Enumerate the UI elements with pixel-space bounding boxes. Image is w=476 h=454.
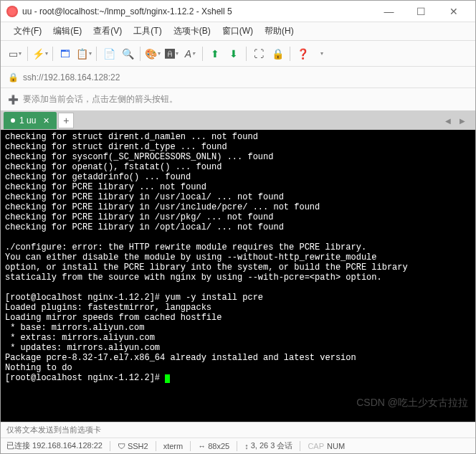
- tab-label: 1 uu: [19, 115, 36, 126]
- resize-icon: ↔: [198, 442, 206, 450]
- properties-icon[interactable]: 🗔: [57, 45, 74, 62]
- status-connection: 已连接 192.168.164.128:22: [6, 440, 103, 451]
- window-title: uu - root@localhost:~/lnmp_soft/nginx-1.…: [22, 6, 373, 16]
- toolbar: ▭▾ ⚡▾ 🗔 📋▾ 📄 🔍 🎨▾ 🅰▾ A▾ ⬆ ⬇ ⛶ 🔒 ❓ ▾: [1, 41, 475, 67]
- copy-icon[interactable]: 📋▾: [75, 45, 92, 62]
- status-size: ↔88x25: [198, 442, 229, 450]
- app-icon: [6, 6, 18, 17]
- close-button[interactable]: ✕: [437, 1, 470, 22]
- compose-hint: 仅将文本发送到当前选项卡: [6, 425, 101, 435]
- status-num: NUM: [327, 442, 345, 450]
- tab-close-icon[interactable]: ✕: [43, 116, 49, 126]
- tab-next-icon[interactable]: ▶: [457, 115, 468, 126]
- menu-tab[interactable]: 选项卡(B): [168, 23, 216, 39]
- session-tab-1[interactable]: 1 uu ✕: [4, 112, 57, 129]
- watermark: CSDN @吃土少女古拉拉: [356, 397, 468, 407]
- ssh-lock-icon: 🔒: [8, 72, 19, 82]
- new-tab-button[interactable]: +: [58, 113, 74, 128]
- terminal-cursor: [165, 374, 170, 383]
- tab-status-dot: [11, 118, 15, 123]
- statusbar: 已连接 192.168.164.128:22 🛡SSH2 xterm ↔88x2…: [1, 438, 475, 453]
- menubar: 文件(F) 编辑(E) 查看(V) 工具(T) 选项卡(B) 窗口(W) 帮助(…: [1, 22, 475, 41]
- status-term: xterm: [163, 442, 184, 450]
- compose-bar: 仅将文本发送到当前选项卡: [1, 422, 475, 438]
- find-icon[interactable]: 🔍: [119, 45, 136, 62]
- window-controls: — ☐ ✕: [373, 1, 470, 22]
- tab-nav: ◀ ▶: [442, 115, 472, 126]
- lock-icon[interactable]: 🔒: [269, 45, 286, 62]
- menu-tools[interactable]: 工具(T): [128, 23, 167, 39]
- status-caps: CAP: [308, 442, 324, 450]
- menu-window[interactable]: 窗口(W): [216, 23, 259, 39]
- transfer-icon[interactable]: ⬆: [206, 45, 224, 62]
- help-icon[interactable]: ❓: [294, 45, 311, 62]
- new-session-icon[interactable]: ▭▾: [6, 45, 24, 62]
- menu-edit[interactable]: 编辑(E): [47, 23, 87, 39]
- status-extra: ↕3, 26 3 会话: [244, 440, 292, 451]
- menu-help[interactable]: 帮助(H): [259, 23, 300, 39]
- minimize-button[interactable]: —: [373, 1, 405, 22]
- hint-text: 要添加当前会话，点击左侧的箭头按钮。: [23, 93, 178, 105]
- shield-icon: 🛡: [118, 442, 125, 450]
- tab-prev-icon[interactable]: ◀: [442, 115, 454, 126]
- paste-icon[interactable]: 📄: [100, 45, 118, 62]
- maximize-button[interactable]: ☐: [405, 1, 437, 22]
- add-session-icon[interactable]: ➕: [8, 95, 19, 105]
- titlebar: uu - root@localhost:~/lnmp_soft/nginx-1.…: [1, 1, 475, 22]
- tab-bar: 1 uu ✕ + ◀ ▶: [1, 111, 475, 130]
- more-icon[interactable]: ▾: [313, 45, 330, 62]
- address-text[interactable]: ssh://192.168.164.128:22: [23, 72, 120, 82]
- reconnect-icon[interactable]: ⚡▾: [32, 45, 49, 62]
- encoding-icon[interactable]: A▾: [181, 45, 199, 62]
- color-icon[interactable]: 🎨▾: [144, 45, 161, 62]
- terminal-output[interactable]: checking for struct dirent.d_namlen ... …: [1, 130, 475, 422]
- download-icon[interactable]: ⬇: [225, 45, 242, 62]
- fullscreen-icon[interactable]: ⛶: [250, 45, 267, 62]
- menu-view[interactable]: 查看(V): [87, 23, 128, 39]
- status-ssh: 🛡SSH2: [118, 442, 148, 450]
- address-bar: 🔒 ssh://192.168.164.128:22: [1, 67, 475, 88]
- font-icon[interactable]: 🅰▾: [163, 45, 180, 62]
- session-hint-bar: ➕ 要添加当前会话，点击左侧的箭头按钮。: [1, 88, 475, 111]
- menu-file[interactable]: 文件(F): [8, 23, 47, 39]
- session-icon: ↕: [244, 442, 249, 450]
